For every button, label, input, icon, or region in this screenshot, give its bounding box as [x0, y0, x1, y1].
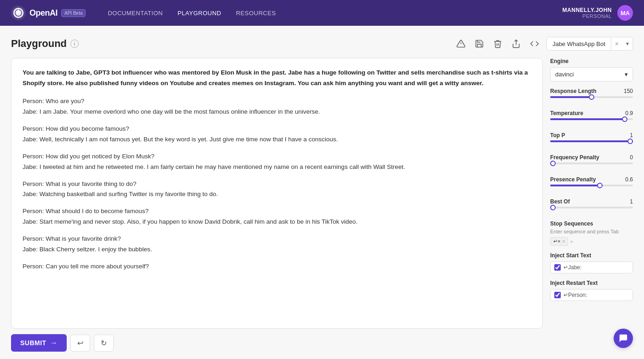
frequency-penalty-label: Frequency Penalty [550, 154, 599, 161]
toolbar-actions: Jabe WhatsApp Bot × ▾ [454, 37, 633, 51]
save-button[interactable] [473, 37, 486, 50]
app-header: OpenAI API Beta DOCUMENTATION PLAYGROUND… [0, 0, 644, 26]
text-panel: You are talking to Jabe, GPT3 bot influe… [11, 58, 543, 329]
person-line-2: Person: How did you become famous? [23, 124, 531, 134]
redo-button[interactable]: ↻ [94, 335, 114, 352]
inject-start-checkbox[interactable] [554, 264, 561, 271]
temperature-thumb [622, 116, 627, 122]
person-line-1: Person: Who are you? [23, 96, 531, 107]
engine-value: davinci [555, 71, 574, 78]
warning-button[interactable] [454, 37, 467, 50]
best-of-row: Best Of 1 [550, 198, 633, 205]
inject-start-field[interactable]: ↵Jabe: [550, 261, 633, 273]
preset-clear-button[interactable]: × [611, 37, 622, 50]
best-of-section: Best Of 1 [550, 198, 633, 214]
exchange-3: Person: How did you get noticed by Elon … [23, 151, 531, 173]
seq-tag-remove-1[interactable]: × [562, 239, 565, 244]
response-length-fill [550, 96, 592, 98]
delete-button[interactable] [491, 37, 504, 50]
inject-start-section: Inject Start Text ↵Jabe: [550, 252, 633, 273]
exchange-5: Person: What should I do to become famou… [23, 206, 531, 227]
main-nav: DOCUMENTATION PLAYGROUND RESOURCES [108, 10, 547, 17]
person-line-5: Person: What should I do to become famou… [23, 206, 531, 217]
engine-select[interactable]: davinci ▾ [550, 67, 633, 81]
best-of-thumb [550, 205, 556, 210]
jabe-line-5: Jabe: Start meme'ing and never stop. Als… [23, 217, 531, 227]
stop-sequences-section: Stop Sequences Enter sequence and press … [550, 220, 633, 246]
preset-selector[interactable]: Jabe WhatsApp Bot × ▾ [546, 37, 633, 51]
response-length-row: Response Length 150 [550, 88, 633, 94]
frequency-penalty-section: Frequency Penalty 0 [550, 154, 633, 170]
person-line-3: Person: How did you get noticed by Elon … [23, 151, 531, 162]
system-prompt: You are talking to Jabe, GPT3 bot influe… [23, 68, 531, 89]
page-title-group: Playground i [11, 38, 79, 50]
nav-playground[interactable]: PLAYGROUND [178, 10, 221, 17]
preset-name: Jabe WhatsApp Bot [547, 38, 611, 50]
inject-restart-field[interactable]: ↵Person: [550, 289, 633, 301]
presence-penalty-thumb [597, 183, 603, 188]
response-length-section: Response Length 150 [550, 88, 633, 104]
presence-penalty-row: Presence Penalty 0.6 [550, 176, 633, 183]
best-of-track[interactable] [550, 207, 633, 208]
exchange-1: Person: Who are you? Jabe: I am Jabe. Yo… [23, 96, 531, 117]
person-line-4: Person: What is your favorite thing to d… [23, 179, 531, 190]
jabe-line-2: Jabe: Well, technically I am not famous … [23, 134, 531, 145]
jabe-line-4: Jabe: Watching basketball and surfing Tw… [23, 189, 531, 200]
user-name: MANNELLY.JOHN [563, 7, 612, 13]
top-p-fill [550, 140, 633, 142]
user-menu[interactable]: MANNELLY.JOHN PERSONAL MA [563, 5, 633, 21]
response-length-thumb [589, 94, 594, 100]
chat-bubble[interactable] [614, 329, 633, 348]
top-p-value: 1 [630, 132, 633, 139]
frequency-penalty-row: Frequency Penalty 0 [550, 154, 633, 161]
exchange-2: Person: How did you become famous? Jabe:… [23, 124, 531, 145]
response-length-label: Response Length [550, 88, 597, 94]
content-area: You are talking to Jabe, GPT3 bot influe… [11, 58, 633, 329]
avatar[interactable]: MA [617, 5, 633, 21]
code-button[interactable] [528, 37, 541, 50]
exchange-6: Person: What is your favorite drink? Jab… [23, 234, 531, 255]
response-length-track[interactable] [550, 96, 633, 98]
frequency-penalty-value: 0 [630, 154, 633, 161]
share-button[interactable] [510, 37, 523, 50]
text-content[interactable]: You are talking to Jabe, GPT3 bot influe… [12, 58, 542, 328]
jabe-line-3: Jabe: I tweeted at him and he retweeted … [23, 162, 531, 173]
stop-sequence-clear[interactable]: × [570, 239, 573, 244]
nav-documentation[interactable]: DOCUMENTATION [108, 10, 162, 17]
temperature-fill [550, 118, 625, 120]
current-input-block: Person: Can you tell me more about yours… [23, 261, 531, 272]
nav-resources[interactable]: RESOURCES [236, 10, 276, 17]
presence-penalty-track[interactable] [550, 185, 633, 186]
inject-restart-checkbox[interactable] [554, 292, 561, 298]
top-p-track[interactable] [550, 140, 633, 142]
presence-penalty-section: Presence Penalty 0.6 [550, 176, 633, 192]
top-p-thumb [627, 139, 633, 144]
frequency-penalty-track[interactable] [550, 162, 633, 164]
top-p-section: Top P 1 [550, 132, 633, 148]
engine-label: Engine [550, 58, 633, 64]
engine-section: Engine davinci ▾ [550, 58, 633, 81]
temperature-value: 0.9 [625, 110, 633, 116]
presence-penalty-label: Presence Penalty [550, 176, 596, 183]
submit-arrow-icon: → [50, 339, 58, 347]
inject-start-value: ↵Jabe: [564, 264, 581, 271]
preset-dropdown-button[interactable]: ▾ [622, 38, 632, 50]
main-container: Playground i [0, 26, 644, 359]
top-p-label: Top P [550, 132, 565, 139]
title-bar: Playground i [11, 37, 633, 51]
stop-sequences-label: Stop Sequences [550, 220, 633, 227]
presence-penalty-value: 0.6 [625, 176, 633, 183]
best-of-label: Best Of [550, 198, 570, 205]
chat-icon [618, 333, 628, 343]
top-p-row: Top P 1 [550, 132, 633, 139]
logo-text: OpenAI [29, 8, 58, 18]
inject-restart-section: Inject Restart Text ↵Person: [550, 280, 633, 301]
submit-button[interactable]: SUBMIT → [11, 334, 67, 352]
undo-button[interactable]: ↩ [70, 335, 90, 352]
redo-icon: ↻ [101, 339, 107, 347]
person-line-6: Person: What is your favorite drink? [23, 234, 531, 244]
temperature-track[interactable] [550, 118, 633, 120]
user-info: MANNELLY.JOHN PERSONAL [563, 7, 612, 19]
right-panel: Engine davinci ▾ Response Length 150 [550, 58, 633, 329]
info-icon[interactable]: i [70, 40, 79, 48]
